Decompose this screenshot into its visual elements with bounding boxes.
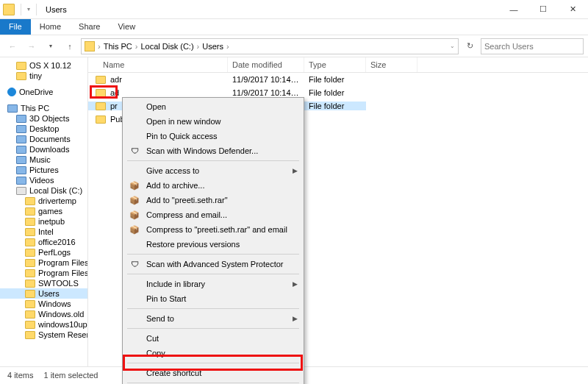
menu-pin-to-start[interactable]: Pin to Start (124, 291, 302, 306)
col-name[interactable]: Name (88, 57, 228, 72)
dropdown-icon[interactable]: ⌄ (450, 43, 455, 49)
address-bar[interactable]: › This PC › Local Disk (C:) › Users › ⌄ (81, 38, 459, 54)
tree-label: Users (38, 289, 60, 298)
menu-add-to-archive[interactable]: 📦Add to archive... (124, 178, 302, 193)
archive-icon: 📦 (129, 224, 140, 235)
menu-open[interactable]: Open (124, 99, 302, 114)
folder-icon (96, 102, 106, 110)
tree-node-thispc[interactable]: This PC (0, 103, 87, 113)
tree-node[interactable]: OS X 10.12 (0, 60, 87, 71)
col-date[interactable]: Date modified (228, 57, 304, 72)
tree-node[interactable]: Downloads (0, 144, 87, 154)
breadcrumb[interactable]: Users (202, 42, 223, 51)
tree-label: Windows (38, 299, 71, 308)
tab-file[interactable]: File (0, 19, 31, 35)
menu-open-new-window[interactable]: Open in new window (124, 114, 302, 129)
tree-node[interactable]: inetpub (0, 216, 87, 227)
menu-scan-defender[interactable]: 🛡Scan with Windows Defender... (124, 143, 302, 158)
tree-label: Program Files (38, 258, 88, 267)
tree-node[interactable]: office2016 (0, 237, 87, 247)
tree-node[interactable]: PerfLogs (0, 247, 87, 257)
menu-scan-asp[interactable]: 🛡Scan with Advanced System Protector (124, 257, 302, 271)
shield-icon: 🛡 (129, 145, 140, 157)
folder-icon (25, 218, 35, 226)
recent-dropdown[interactable]: ▾ (43, 38, 59, 54)
separator (127, 160, 299, 161)
menu-compress-and-email[interactable]: 📦Compress and email... (124, 207, 302, 222)
maximize-button[interactable]: ☐ (531, 2, 556, 17)
folder-icon (3, 4, 15, 15)
status-selected-count: 1 item selected (43, 371, 98, 380)
menu-send-to[interactable]: Send to▶ (124, 311, 302, 326)
breadcrumb[interactable]: This PC (104, 42, 132, 51)
close-button[interactable]: ✕ (560, 2, 585, 17)
folder-icon (25, 259, 35, 267)
tree-node[interactable]: Desktop (0, 124, 87, 134)
tree-label: OS X 10.12 (29, 61, 71, 70)
minimize-button[interactable]: — (501, 2, 526, 17)
tree-node[interactable]: Program Files (0, 268, 87, 278)
file-type: File folder (304, 75, 366, 84)
menu-include-in-library[interactable]: Include in library▶ (124, 277, 302, 291)
breadcrumb[interactable]: Local Disk (C:) (140, 42, 193, 51)
folder-icon (25, 280, 35, 288)
menu-compress-to-and-email[interactable]: 📦Compress to "preeti.seth.rar" and email (124, 222, 302, 237)
tree-node[interactable]: Intel (0, 227, 87, 237)
separator (127, 254, 299, 255)
tab-home[interactable]: Home (31, 19, 70, 35)
tree-node-onedrive[interactable]: OneDrive (0, 87, 87, 97)
chevron-right-icon[interactable]: › (96, 42, 102, 51)
tree-node[interactable]: Videos (0, 175, 87, 185)
tree-node[interactable]: Local Disk (C:) (0, 185, 87, 196)
search-input[interactable]: Search Users (481, 38, 584, 54)
back-button[interactable]: ← (4, 38, 21, 54)
table-row[interactable]: adr11/9/2017 10:14 AMFile folder (88, 73, 588, 86)
column-headers: Name Date modified Type Size (88, 57, 588, 73)
chevron-right-icon[interactable]: › (225, 42, 231, 51)
menu-add-to-rar[interactable]: 📦Add to "preeti.seth.rar" (124, 193, 302, 207)
tree-node[interactable]: tiny (0, 71, 87, 81)
tree-node[interactable]: Program Files (0, 257, 87, 268)
tree-node[interactable]: Documents (0, 134, 87, 144)
menu-restore-previous-versions[interactable]: Restore previous versions (124, 237, 302, 252)
folder-icon (96, 76, 106, 84)
submenu-arrow-icon: ▶ (293, 315, 298, 322)
menu-copy[interactable]: Copy (124, 346, 302, 360)
tree-node[interactable]: Music (0, 154, 87, 165)
menu-give-access-to[interactable]: Give access to▶ (124, 163, 302, 178)
col-size[interactable]: Size (366, 57, 417, 72)
status-item-count: 4 items (7, 371, 33, 380)
chevron-right-icon[interactable]: › (134, 42, 140, 51)
folder-icon (25, 321, 35, 329)
up-button[interactable]: ↑ (62, 38, 78, 54)
menu-pin-quick-access[interactable]: Pin to Quick access (124, 129, 302, 143)
refresh-button[interactable]: ↻ (462, 38, 478, 54)
col-type[interactable]: Type (304, 57, 366, 72)
down-chevron-icon[interactable]: ▾ (27, 6, 30, 13)
library-icon (16, 135, 26, 143)
tree-node[interactable]: windows10upg (0, 319, 87, 330)
titlebar: ▾ Users — ☐ ✕ (0, 0, 588, 19)
quick-access-toolbar: ▾ (3, 4, 40, 15)
tree-node[interactable]: drivertemp (0, 196, 87, 206)
tree-node[interactable]: Windows.old (0, 309, 87, 319)
tree-node[interactable]: Pictures (0, 165, 87, 175)
tree-node[interactable]: Windows (0, 299, 87, 309)
menu-cut[interactable]: Cut (124, 331, 302, 346)
folder-icon (25, 249, 35, 257)
menu-create-shortcut[interactable]: Create shortcut (124, 366, 302, 380)
forward-button[interactable]: → (24, 38, 40, 54)
tree-label: Intel (38, 227, 54, 236)
chevron-right-icon[interactable]: › (196, 42, 201, 51)
tree-node[interactable]: SWTOOLS (0, 278, 87, 288)
tree-node[interactable]: System Reserve (0, 330, 87, 340)
library-icon (16, 115, 26, 123)
tree-node[interactable]: 3D Objects (0, 113, 87, 124)
tab-share[interactable]: Share (70, 19, 109, 35)
tree-node[interactable]: Users (0, 288, 87, 299)
folder-icon (25, 310, 35, 319)
tree-node[interactable]: games (0, 206, 87, 216)
nav-tree[interactable]: OS X 10.12 tiny OneDrive This PC 3D Obje… (0, 57, 88, 366)
folder-icon (25, 197, 35, 205)
tab-view[interactable]: View (109, 19, 144, 35)
